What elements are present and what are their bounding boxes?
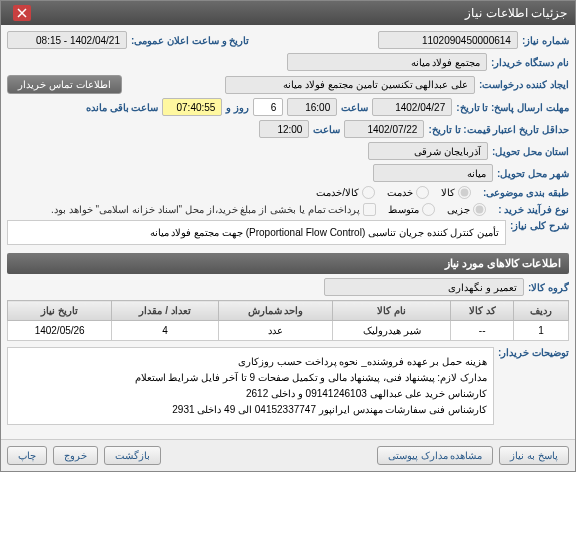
need-no-field: 1102090450000614 <box>378 31 518 49</box>
need-no-label: شماره نیاز: <box>522 35 569 46</box>
form-content: شماره نیاز: 1102090450000614 تاریخ و ساع… <box>1 25 575 439</box>
requester-field: علی عبدالهی تکنسین تامین مجتمع فولاد میا… <box>225 76 475 94</box>
td-code: -- <box>451 321 514 341</box>
province-label: استان محل تحویل: <box>492 146 569 157</box>
validity-time-field: 12:00 <box>259 120 309 138</box>
radio-medium[interactable]: متوسط <box>388 203 435 216</box>
th-name: نام کالا <box>333 301 451 321</box>
th-qty: تعداد / مقدار <box>112 301 219 321</box>
time-label-1: ساعت <box>341 102 368 113</box>
announce-label: تاریخ و ساعت اعلان عمومی: <box>131 35 249 46</box>
days-field: 6 <box>253 98 283 116</box>
notes-line: هزینه حمل بر عهده فروشنده_ نحوه پرداخت ح… <box>14 354 487 370</box>
radio-both[interactable]: کالا/خدمت <box>316 186 375 199</box>
desc-label: شرح کلی نیاز: <box>510 220 569 231</box>
th-date: تاریخ نیاز <box>8 301 112 321</box>
buyer-org-field: مجتمع فولاد میانه <box>287 53 487 71</box>
table-row[interactable]: 1 -- شیر هیدرولیک عدد 4 1402/05/26 <box>8 321 569 341</box>
radio-service[interactable]: خدمت <box>387 186 429 199</box>
province-field: آذربایجان شرقی <box>368 142 488 160</box>
time-label-2: ساعت <box>313 124 340 135</box>
contact-buyer-button[interactable]: اطلاعات تماس خریدار <box>7 75 122 94</box>
radio-goods[interactable]: کالا <box>441 186 471 199</box>
validity-date-field: 1402/07/22 <box>344 120 424 138</box>
window: جزئیات اطلاعات نیاز شماره نیاز: 11020904… <box>0 0 576 472</box>
validity-label: حداقل تاریخ اعتبار قیمت: تا تاریخ: <box>428 124 569 135</box>
print-button[interactable]: چاپ <box>7 446 47 465</box>
window-title: جزئیات اطلاعات نیاز <box>465 6 567 20</box>
deadline-time-field: 16:00 <box>287 98 337 116</box>
th-row: ردیف <box>514 301 569 321</box>
remain-word: ساعت باقی مانده <box>86 102 159 113</box>
notes-line: کارشناس فنی سفارشات مهندس ایرانپور 04152… <box>14 402 487 418</box>
td-name: شیر هیدرولیک <box>333 321 451 341</box>
requester-label: ایجاد کننده درخواست: <box>479 79 569 90</box>
reply-button[interactable]: پاسخ به نیاز <box>499 446 569 465</box>
attachments-button[interactable]: مشاهده مدارک پیوستی <box>377 446 494 465</box>
td-row: 1 <box>514 321 569 341</box>
deadline-date-field: 1402/04/27 <box>372 98 452 116</box>
td-qty: 4 <box>112 321 219 341</box>
city-label: شهر محل تحویل: <box>497 168 569 179</box>
notes-line: مدارک لازم: پیشنهاد فنی، پیشنهاد مالی و … <box>14 370 487 386</box>
group-field: تعمیر و نگهداری <box>324 278 524 296</box>
announce-field: 1402/04/21 - 08:15 <box>7 31 127 49</box>
deadline-label: مهلت ارسال پاسخ: تا تاریخ: <box>456 102 569 113</box>
remain-time-field: 07:40:55 <box>162 98 222 116</box>
category-label: طبقه بندی موضوعی: <box>483 187 569 198</box>
th-unit: واحد شمارش <box>218 301 332 321</box>
td-unit: عدد <box>218 321 332 341</box>
days-word: روز و <box>226 102 249 113</box>
buyer-notes-box: هزینه حمل بر عهده فروشنده_ نحوه پرداخت ح… <box>7 347 494 425</box>
td-date: 1402/05/26 <box>8 321 112 341</box>
notes-line: کارشناس خرید علی عبدالهی 09141246103 و د… <box>14 386 487 402</box>
radio-partial[interactable]: جزیی <box>447 203 486 216</box>
titlebar: جزئیات اطلاعات نیاز <box>1 1 575 25</box>
checkbox-treasury[interactable]: پرداخت تمام یا بخشی از مبلغ خرید،از محل … <box>51 203 376 216</box>
buyer-notes-label: توضیحات خریدار: <box>498 347 569 358</box>
items-section-header: اطلاعات کالاهای مورد نیاز <box>7 253 569 274</box>
back-button[interactable]: بازگشت <box>104 446 161 465</box>
group-label: گروه کالا: <box>528 282 569 293</box>
city-field: میانه <box>373 164 493 182</box>
footer-buttons: پاسخ به نیاز مشاهده مدارک پیوستی بازگشت … <box>1 439 575 471</box>
close-icon[interactable] <box>13 5 31 21</box>
buyer-org-label: نام دستگاه خریدار: <box>491 57 569 68</box>
purchase-type-label: نوع فرآیند خرید : <box>498 204 569 215</box>
th-code: کد کالا <box>451 301 514 321</box>
exit-button[interactable]: خروج <box>53 446 98 465</box>
items-table: ردیف کد کالا نام کالا واحد شمارش تعداد /… <box>7 300 569 341</box>
description-box: تأمین کنترل کننده جریان تناسبی (Proporti… <box>7 220 506 245</box>
